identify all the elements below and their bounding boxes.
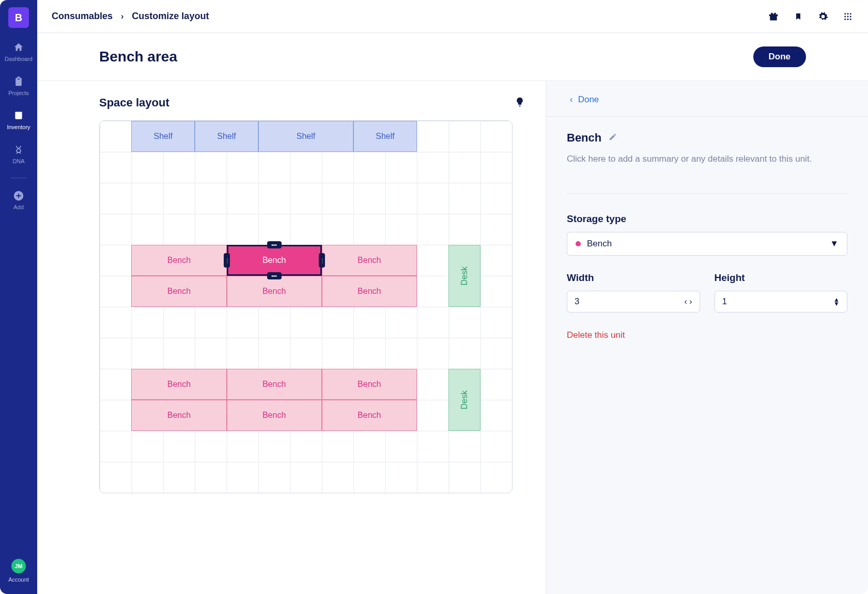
pencil-icon[interactable] [609, 133, 617, 143]
apps-grid-icon[interactable] [842, 11, 854, 22]
page-header: Bench area Done [37, 33, 868, 81]
summary-input[interactable]: Click here to add a summary or any detai… [567, 154, 847, 164]
svg-rect-1 [15, 112, 22, 114]
nav-label: DNA [12, 158, 24, 164]
home-icon [12, 41, 25, 54]
layout-unit-bench[interactable]: Bench [227, 369, 322, 400]
storage-type-label: Storage type [567, 213, 847, 225]
resize-handle[interactable]: ⋮ [319, 253, 325, 268]
chevron-left-icon: ‹ [570, 95, 573, 105]
gift-icon[interactable] [768, 11, 779, 22]
breadcrumb-current: Customize layout [132, 11, 209, 22]
layout-unit-shelf[interactable]: Shelf [353, 121, 417, 152]
svg-point-4 [847, 13, 849, 14]
resize-handle[interactable]: ••• [267, 241, 282, 248]
layout-unit-shelf[interactable]: Shelf [131, 121, 195, 152]
layout-unit-desk[interactable]: Desk [448, 245, 480, 307]
layout-unit-bench[interactable]: Bench [227, 276, 322, 307]
caret-down-icon: ▼ [830, 239, 839, 249]
layout-unit-shelf[interactable]: Shelf [258, 121, 353, 152]
nav-inventory[interactable]: Inventory [7, 110, 30, 130]
nav-label: Projects [8, 90, 29, 96]
nav-dna[interactable]: DNA [12, 144, 25, 164]
width-label: Width [567, 272, 700, 284]
bookmark-icon[interactable] [793, 11, 804, 22]
lightbulb-icon[interactable] [515, 96, 525, 110]
layout-unit-bench[interactable]: Bench [322, 400, 417, 431]
svg-point-7 [847, 15, 849, 17]
chevron-right-icon: › [121, 12, 123, 21]
unit-inspector: ‹ Done Bench Click here to add a summary… [546, 81, 868, 594]
plus-circle-icon [12, 190, 25, 202]
done-button[interactable]: Done [753, 46, 807, 67]
layout-unit-bench[interactable]: Bench [131, 369, 226, 400]
svg-point-9 [844, 18, 846, 20]
sidebar: B Dashboard Projects Inventory DNA Add J… [0, 0, 37, 594]
clipboard-icon [12, 75, 25, 88]
width-value: 3 [575, 296, 579, 307]
height-value: 1 [722, 296, 727, 307]
storage-type-select[interactable]: Bench ▼ [567, 232, 847, 256]
nav-projects[interactable]: Projects [8, 75, 29, 96]
height-label: Height [715, 272, 848, 284]
svg-point-3 [844, 13, 846, 14]
svg-point-10 [847, 18, 849, 20]
nav-label: Inventory [7, 124, 30, 130]
width-input[interactable]: 3 ‹ › [567, 291, 700, 312]
layout-unit-bench[interactable]: Bench [322, 276, 417, 307]
content: Space layout ShelfShelfShelfShelfBenchBe… [37, 81, 868, 594]
width-stepper[interactable]: ‹ › [684, 297, 692, 306]
nav-label: Account [8, 576, 29, 583]
layout-panel: Space layout ShelfShelfShelfShelfBenchBe… [37, 81, 546, 594]
delete-unit-button[interactable]: Delete this unit [567, 330, 847, 340]
nav-divider [10, 178, 27, 178]
nav-add[interactable]: Add [12, 190, 25, 210]
svg-point-5 [850, 13, 851, 14]
height-stepper[interactable]: ▲▼ [833, 298, 840, 306]
nav-account[interactable]: JM Account [8, 559, 29, 583]
svg-point-8 [850, 15, 851, 17]
breadcrumb-root[interactable]: Consumables [52, 11, 113, 22]
layout-title: Space layout [99, 96, 169, 110]
layout-unit-bench[interactable]: Bench [227, 245, 322, 276]
nav-label: Dashboard [5, 56, 33, 62]
type-color-dot [576, 241, 581, 246]
height-input[interactable]: 1 ▲▼ [715, 291, 848, 312]
storage-type-value: Bench [587, 239, 612, 249]
svg-point-6 [844, 15, 846, 17]
layout-unit-bench[interactable]: Bench [131, 276, 226, 307]
nav-label: Add [13, 204, 24, 210]
layout-unit-desk[interactable]: Desk [448, 369, 480, 431]
app-logo[interactable]: B [8, 7, 29, 28]
layout-unit-bench[interactable]: Bench [227, 400, 322, 431]
svg-rect-0 [15, 113, 22, 119]
page-title: Bench area [99, 49, 177, 65]
main: Consumables › Customize layout Bench are… [37, 0, 868, 594]
back-button[interactable]: ‹ Done [567, 95, 847, 105]
layout-unit-bench[interactable]: Bench [322, 245, 417, 276]
dna-icon [12, 144, 25, 156]
layout-unit-bench[interactable]: Bench [322, 369, 417, 400]
layout-unit-shelf[interactable]: Shelf [195, 121, 258, 152]
avatar: JM [11, 559, 26, 573]
unit-name: Bench [567, 131, 601, 145]
box-icon [12, 110, 25, 122]
back-label: Done [578, 95, 599, 105]
nav-dashboard[interactable]: Dashboard [5, 41, 33, 62]
gear-icon[interactable] [817, 11, 829, 22]
resize-handle[interactable]: ⋮ [224, 253, 230, 268]
layout-grid[interactable]: ShelfShelfShelfShelfBenchBench••••••⋮⋮Be… [99, 120, 513, 493]
layout-unit-bench[interactable]: Bench [131, 245, 226, 276]
svg-point-11 [850, 18, 851, 20]
resize-handle[interactable]: ••• [267, 272, 282, 279]
topbar: Consumables › Customize layout [37, 0, 868, 33]
layout-unit-bench[interactable]: Bench [131, 400, 226, 431]
